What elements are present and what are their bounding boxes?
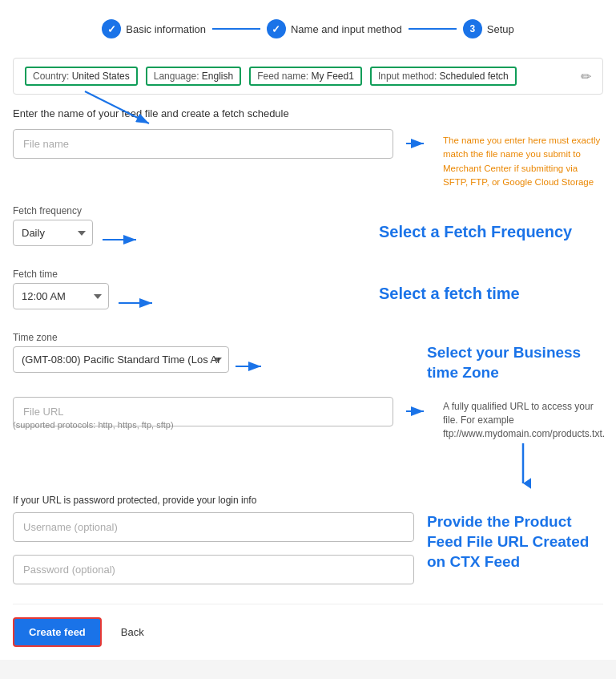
back-button[interactable]: Back [111,619,154,645]
feed-name-label: Feed name: [257,71,311,82]
fetch-time-row: Fetch time 12:00 AM 1:00 AM 2:00 AM [13,269,603,322]
file-name-row: The name you enter here must exactly mat… [13,129,603,189]
file-url-annotation-container: A fully qualified URL to access your fil… [443,397,603,495]
fetch-freq-annotation: Select a Fetch Frequency [379,205,603,242]
timezone-select[interactable]: (GMT-08:00) Pacific Standard Time (Los A… [13,346,229,373]
step-connector-2 [409,28,457,30]
fetch-freq-arrow-svg [103,233,143,246]
fetch-frequency-control: Daily Weekly Monthly [13,220,366,259]
language-value: English [202,71,233,82]
feed-name-chip: Feed name: My Feed1 [249,67,362,86]
edit-icon[interactable]: ✏ [581,69,591,84]
fetch-time-arrow-svg [119,297,159,309]
country-value: United States [72,71,130,82]
timezone-left: Time zone (GMT-08:00) Pacific Standard T… [13,332,414,386]
file-url-row: (supported protocols: http, https, ftp, … [13,397,603,495]
fetch-time-left: Fetch time 12:00 AM 1:00 AM 2:00 AM [13,269,366,322]
input-method-value: Scheduled fetch [440,71,509,82]
fetch-time-select[interactable]: 12:00 AM 1:00 AM 2:00 AM [13,283,109,309]
credentials-left [13,512,414,597]
step-1: ✓ Basic information [102,19,206,38]
file-url-arrow-svg [406,405,430,418]
file-name-hint: The name you enter here must exactly mat… [443,129,603,189]
url-down-arrow-svg [515,443,531,491]
summary-bar: Country: United States Language: English… [13,58,603,95]
fetch-frequency-row: Fetch frequency Daily Weekly Monthly [13,205,603,259]
step-1-label: Basic information [126,23,206,35]
step-3: 3 Setup [463,19,514,38]
credentials-row: Provide the Product Feed File URL Create… [13,512,603,597]
fetch-time-annotation: Select a fetch time [379,269,603,304]
fetch-frequency-select[interactable]: Daily Weekly Monthly [13,220,93,246]
language-chip: Language: English [146,67,241,86]
feed-name-value: My Feed1 [312,71,354,82]
main-area: Enter the name of your feed file and cre… [13,107,603,647]
timezone-row: Time zone (GMT-08:00) Pacific Standard T… [13,332,603,386]
fetch-frequency-left: Fetch frequency Daily Weekly Monthly [13,205,366,259]
file-url-note: A fully qualified URL to access your fil… [443,400,603,440]
url-big-annotation: Provide the Product Feed File URL Create… [427,512,603,572]
username-input[interactable] [13,512,414,542]
fetch-time-label: Fetch time [13,269,366,280]
input-method-chip: Input method: Scheduled fetch [370,67,517,86]
file-url-arrow [406,397,430,418]
fetch-frequency-label: Fetch frequency [13,205,366,216]
timezone-label: Time zone [13,332,414,343]
country-chip: Country: United States [25,67,138,86]
stepper: ✓ Basic information ✓ Name and input met… [13,13,603,45]
step-2-icon: ✓ [267,19,286,38]
country-label: Country: [33,71,72,82]
button-row: Create feed Back [13,604,603,647]
step-2: ✓ Name and input method [267,19,402,38]
step-3-icon: 3 [463,19,482,38]
file-name-arrow [406,129,430,150]
file-name-arrow-svg [406,137,430,150]
file-name-left [13,129,393,159]
timezone-annotation: Select your Business time Zone [427,332,603,382]
timezone-annotation-text: Select your Business time Zone [427,344,581,381]
password-section-label: If your URL is password protected, provi… [13,495,603,506]
file-name-input[interactable] [13,129,393,159]
step-2-label: Name and input method [291,23,402,35]
step-connector-1 [212,28,260,30]
language-label: Language: [154,71,202,82]
fetch-time-annotation-text: Select a fetch time [379,283,520,304]
step-1-icon: ✓ [102,19,121,38]
url-annotation-text: Provide the Product Feed File URL Create… [427,513,589,569]
create-feed-button[interactable]: Create feed [13,617,102,647]
form-description: Enter the name of your feed file and cre… [13,107,603,119]
input-method-label: Input method: [378,71,440,82]
file-url-left: (supported protocols: http, https, ftp, … [13,397,393,436]
step-3-label: Setup [487,23,514,35]
fetch-frequency-annotation-text: Select a Fetch Frequency [379,221,572,242]
fetch-time-control: 12:00 AM 1:00 AM 2:00 AM [13,283,366,322]
password-input[interactable] [13,555,414,584]
timezone-arrow-svg [236,360,268,373]
timezone-control: (GMT-08:00) Pacific Standard Time (Los A… [13,346,414,386]
